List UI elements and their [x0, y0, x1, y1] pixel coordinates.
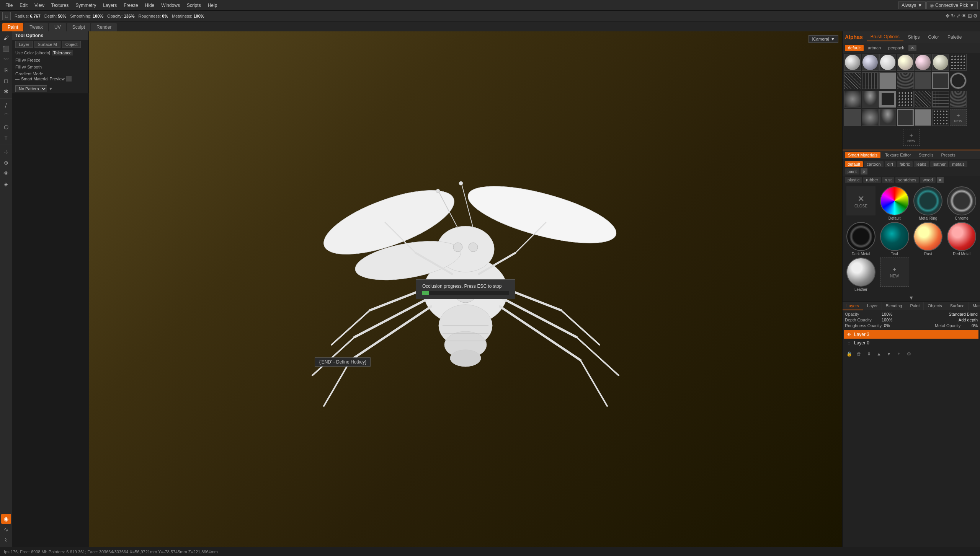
- alpha-thumb-3[interactable]: [879, 54, 896, 71]
- alpha-cat-artman[interactable]: artman: [865, 45, 884, 51]
- tool-eye[interactable]: 👁: [1, 168, 11, 178]
- layer-up-icon[interactable]: ▲: [875, 350, 883, 358]
- sm-filter-fabric[interactable]: fabric: [897, 161, 913, 167]
- menu-item-windows[interactable]: Windows: [158, 2, 183, 9]
- sm-sub-scratches[interactable]: scratches: [895, 177, 919, 183]
- use-color-value[interactable]: Tolerance: [52, 50, 73, 55]
- sm-tab-presets[interactable]: Presets: [938, 152, 958, 158]
- layers-tab-objects[interactable]: Objects: [924, 302, 946, 310]
- smoothing-value[interactable]: 100%: [93, 14, 103, 18]
- alpha-thumb-11[interactable]: [897, 72, 914, 89]
- tool-polygon[interactable]: ⬡: [1, 122, 11, 132]
- layer-vis-icon-0[interactable]: □: [846, 340, 852, 346]
- sm-item-dark-ring[interactable]: Dark Metal: [845, 222, 877, 256]
- view-icon[interactable]: 👁: [962, 13, 967, 19]
- alpha-thumb-21[interactable]: [950, 91, 967, 108]
- alpha-thumb-5[interactable]: [915, 54, 931, 71]
- alpha-thumb-7[interactable]: [950, 54, 967, 71]
- alpha-thumb-12[interactable]: [915, 72, 931, 89]
- alpha-thumb-10[interactable]: [879, 72, 896, 89]
- tool-smart-mask[interactable]: ◈: [1, 179, 11, 189]
- layer-settings-icon[interactable]: ⚙: [905, 350, 913, 358]
- tool-active-brush[interactable]: ◉: [1, 514, 11, 524]
- sm-sub-rubber[interactable]: rubber: [863, 177, 881, 183]
- sm-tab-texture[interactable]: Texture Editor: [882, 152, 914, 158]
- tool-clone[interactable]: ⎘: [1, 65, 11, 75]
- tab-strips[interactable]: Strips: [904, 33, 924, 41]
- smp-minus-btn[interactable]: −: [66, 76, 72, 82]
- layer-tab-object[interactable]: Object: [62, 41, 81, 48]
- pattern-select[interactable]: No Pattern: [15, 85, 47, 92]
- viewport[interactable]: [Camera] ▼ Occlusion progress. Press ESC…: [89, 31, 842, 547]
- tab-brush-options[interactable]: Brush Options: [867, 33, 903, 41]
- mode-always-dropdown[interactable]: Always ▼: [898, 2, 926, 9]
- sm-filter-metals[interactable]: metals: [949, 161, 967, 167]
- alpha-cat-penpack[interactable]: penpack: [885, 45, 907, 51]
- sm-filter-paint[interactable]: paint: [845, 168, 859, 174]
- menu-item-freeze[interactable]: Freeze: [121, 2, 141, 9]
- menu-item-layers[interactable]: Layers: [100, 2, 120, 9]
- alpha-thumb-2[interactable]: [862, 54, 879, 71]
- alpha-thumb-6[interactable]: [932, 54, 949, 71]
- layers-tab-paint[interactable]: Paint: [906, 302, 924, 310]
- sm-filter-cartoon[interactable]: cartoon: [864, 161, 884, 167]
- sm-filter-close-btn[interactable]: ✕: [861, 168, 867, 174]
- alpha-thumb-16[interactable]: [862, 91, 879, 108]
- layer-delete-icon[interactable]: 🗑: [855, 350, 863, 358]
- menu-item-scripts[interactable]: Scripts: [184, 2, 204, 9]
- menu-item-edit[interactable]: Edit: [16, 2, 31, 9]
- alpha-thumb-15[interactable]: [844, 91, 861, 108]
- connective-pick-dropdown[interactable]: ◉ Connective Pick ▼: [926, 2, 978, 9]
- radius-value[interactable]: 6,767: [30, 14, 41, 18]
- alpha-thumb-27[interactable]: [932, 109, 949, 126]
- alpha-cat-close-btn[interactable]: ✕: [908, 45, 916, 51]
- metalness-value[interactable]: 100%: [193, 14, 204, 18]
- sm-item-orange[interactable]: Rust: [912, 222, 944, 256]
- alpha-thumb-17[interactable]: [879, 91, 896, 108]
- alpha-thumb-9[interactable]: [862, 72, 879, 89]
- rotate-icon[interactable]: ↻: [951, 13, 955, 19]
- layer-vis-icon-3[interactable]: 👁: [846, 332, 852, 337]
- tool-paint2[interactable]: ∿: [1, 525, 11, 535]
- menu-item-symmetry[interactable]: Symmetry: [72, 2, 99, 9]
- sm-item-grey[interactable]: Leather: [845, 258, 877, 292]
- sm-sub-plastic[interactable]: plastic: [845, 177, 862, 183]
- tool-transform[interactable]: ⊕: [1, 158, 11, 168]
- tab-paint[interactable]: Paint: [2, 23, 23, 31]
- alpha-thumb-4[interactable]: [897, 54, 914, 71]
- alpha-thumb-new[interactable]: + NEW: [950, 109, 967, 126]
- sm-filter-dirt[interactable]: dirt: [885, 161, 896, 167]
- sm-item-ring-teal[interactable]: Metal Ring: [912, 186, 944, 220]
- sm-item-grey-ring[interactable]: Chrome: [946, 186, 978, 220]
- layers-tab-layer[interactable]: Layer: [863, 302, 882, 310]
- sm-item-teal[interactable]: Teal: [879, 222, 911, 256]
- menu-item-textures[interactable]: Textures: [48, 2, 72, 9]
- alpha-thumb-25[interactable]: [897, 109, 914, 126]
- tool-select[interactable]: ⊹: [1, 147, 11, 157]
- layers-tab-layers[interactable]: Layers: [843, 302, 863, 310]
- tool-paint3[interactable]: ⌇: [1, 535, 11, 545]
- alpha-thumb-19[interactable]: [915, 91, 931, 108]
- menu-item-hide[interactable]: Hide: [142, 2, 158, 9]
- sm-sub-close-btn[interactable]: ✕: [937, 177, 944, 183]
- tool-text[interactable]: T: [1, 133, 11, 143]
- sm-item-rainbow[interactable]: Default: [879, 186, 911, 220]
- tool-line[interactable]: /: [1, 101, 11, 111]
- sm-filter-leaks[interactable]: leaks: [914, 161, 929, 167]
- alpha-thumb-1[interactable]: [844, 54, 861, 71]
- tool-picker[interactable]: ✱: [1, 86, 11, 96]
- paint-mode-icon[interactable]: □: [2, 12, 11, 20]
- layer-tab-layer[interactable]: Layer: [15, 41, 33, 48]
- depth-opacity-value[interactable]: 100%: [882, 318, 892, 322]
- alpha-thumb-13[interactable]: [932, 72, 949, 89]
- menu-item-file[interactable]: File: [2, 2, 16, 9]
- alpha-thumb-24[interactable]: [879, 109, 896, 126]
- tool-curve[interactable]: ⌒: [1, 111, 11, 121]
- tool-fill[interactable]: ⬛: [1, 44, 11, 54]
- menu-item-help[interactable]: Help: [205, 2, 220, 9]
- depth-value[interactable]: 50%: [58, 14, 66, 18]
- alpha-thumb-8[interactable]: [844, 72, 861, 89]
- alpha-thumb-20[interactable]: [932, 91, 949, 108]
- sm-filter-default[interactable]: default: [845, 161, 863, 167]
- roughness-value[interactable]: 0%: [162, 14, 168, 18]
